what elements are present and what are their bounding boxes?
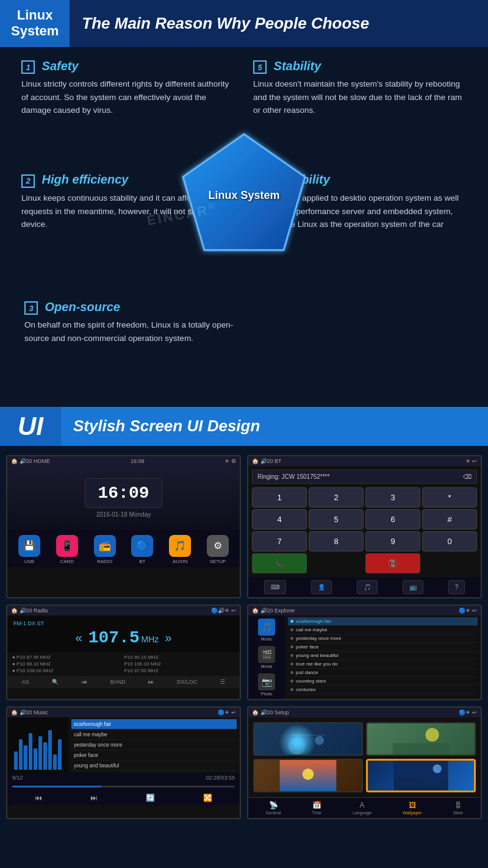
language-tab-label: Language <box>353 811 371 815</box>
viz-bar <box>29 733 32 770</box>
setup-tabs-bar: 📡 General 📅 Time A Language 🖼 Wallpaper … <box>248 797 481 818</box>
wp4-svg <box>368 761 474 791</box>
phone-bottom-bar: ⌨ 👤 🎵 📺 ? <box>248 577 481 597</box>
feature-5-number: 5 <box>253 60 267 74</box>
clock-time: 16:09 <box>98 484 149 503</box>
phone-end-button[interactable]: 📵 <box>365 553 420 573</box>
list-item[interactable]: poker face <box>71 750 237 761</box>
phone-screen-btn[interactable]: 📺 <box>403 580 423 594</box>
list-item[interactable]: call me maybe <box>71 730 237 740</box>
radio-search-btn[interactable]: 🔍 <box>52 679 59 685</box>
list-item[interactable]: just dance <box>288 669 478 677</box>
wallpaper-thumb-2[interactable] <box>366 722 476 756</box>
radio-preset-4: P10 106.10 MHZ <box>124 661 235 667</box>
file-dot <box>290 620 293 623</box>
music-next-btn[interactable]: ⏭ <box>90 794 98 802</box>
radio-preset-3: ● P10 98.10 MHZ <box>12 661 123 667</box>
phone-key-0[interactable]: 0 <box>422 531 477 551</box>
wallpaper-thumb-4[interactable] <box>366 759 476 792</box>
feature-safety-text: Linux strictly controls different rights… <box>21 77 235 117</box>
list-item[interactable]: young and beautiful <box>71 761 237 771</box>
phone-key-4[interactable]: 4 <box>252 509 307 529</box>
wp1-svg <box>254 723 362 755</box>
tab-time[interactable]: 📅 Time <box>312 801 321 815</box>
radio-freq-display: FM-1 DX ST « 107.5 MHz » <box>7 615 240 652</box>
radio-dxloc-btn[interactable]: DX/LOC <box>177 679 198 685</box>
tab-wallpaper[interactable]: 🖼 Wallpaper <box>403 801 422 815</box>
list-item[interactable]: yesterday once more <box>71 740 237 750</box>
list-item[interactable]: yesterday once more <box>288 634 478 643</box>
list-item[interactable]: young and beautiful <box>288 651 478 660</box>
music-visualizer <box>7 717 68 773</box>
phone-music-btn[interactable]: 🎵 <box>357 580 378 594</box>
explorer-cat-photo[interactable]: 📷 Photo <box>258 673 275 696</box>
music-shuffle-btn[interactable]: 🔀 <box>203 794 212 802</box>
viz-bar <box>48 730 52 770</box>
radio-preset-5: ● P10 108.00 MHZ <box>12 668 123 673</box>
phone-key-8[interactable]: 8 <box>309 531 364 551</box>
list-item[interactable]: counting stars <box>288 677 478 686</box>
phone-call-button[interactable]: 📞 <box>252 553 307 573</box>
phone-key-2[interactable]: 2 <box>309 487 364 508</box>
movie-category-icon: 🎬 <box>258 646 275 663</box>
music-topbar-left: 🏠 🔊20 Music <box>11 709 48 716</box>
music-prev-btn[interactable]: ⏮ <box>35 794 42 802</box>
wallpaper-thumb-1[interactable] <box>253 722 363 756</box>
setup-icon: ⚙ <box>207 535 229 557</box>
phone-topbar: 🏠 🔊20 BT ☀ ↩ <box>248 456 481 466</box>
list-item[interactable]: love me like you do <box>288 660 478 669</box>
feature-1-number: 1 <box>21 60 35 74</box>
tab-steer[interactable]: 🎛 Steer <box>453 801 464 815</box>
card-label: CARD <box>60 559 74 564</box>
phone-key-star[interactable]: * <box>422 487 477 508</box>
phone-dialpad-btn[interactable]: ⌨ <box>264 580 286 594</box>
radio-next-btn[interactable]: » <box>165 631 171 645</box>
phone-topbar-right: ☀ ↩ <box>465 458 477 464</box>
phone-key-6[interactable]: 6 <box>365 509 420 529</box>
list-item[interactable]: centuries <box>288 686 478 694</box>
phone-key-7[interactable]: 7 <box>252 531 307 551</box>
feature-opensource: 3 Open-source On behalf on the spirit of… <box>12 294 244 395</box>
home-icon-radio: 📻 RADIO <box>94 535 116 564</box>
bt-label: BT <box>139 559 145 564</box>
explorer-cat-movie[interactable]: 🎬 Movie <box>258 646 275 669</box>
radio-next-track-btn[interactable]: ⏭ <box>148 679 154 685</box>
radio-menu-btn[interactable]: ☰ <box>220 679 225 685</box>
music-repeat-btn[interactable]: 🔄 <box>146 794 155 802</box>
phone-key-1[interactable]: 1 <box>252 487 307 508</box>
phone-topbar-left: 🏠 🔊20 BT <box>252 458 282 464</box>
tab-language[interactable]: A Language <box>353 801 371 815</box>
phone-help-btn[interactable]: ? <box>448 580 465 594</box>
music-topbar-right: 🔵☀ ↩ <box>218 709 236 716</box>
svg-point-9 <box>433 764 442 773</box>
time-tab-label: Time <box>312 811 321 815</box>
explorer-cat-music[interactable]: 🎵 Music <box>258 619 275 641</box>
phone-key-5[interactable]: 5 <box>309 509 364 529</box>
list-item[interactable]: poker face <box>288 643 478 651</box>
radio-preset-2: P10 90.10 MHZ <box>124 655 235 660</box>
wallpaper-thumb-3[interactable] <box>253 759 363 792</box>
file-dot <box>290 671 293 674</box>
phone-key-9[interactable]: 9 <box>365 531 420 551</box>
phone-contacts-btn[interactable]: 👤 <box>311 580 332 594</box>
list-item[interactable]: scarborough fair <box>71 719 237 730</box>
radio-band-btn[interactable]: BAND <box>110 679 126 685</box>
phone-keypad-grid: 1 2 3 * 4 5 6 # 7 8 9 0 📞 📵 <box>248 486 481 575</box>
list-item[interactable]: scarborough fair <box>288 617 478 626</box>
list-item[interactable]: call me maybe <box>288 626 478 634</box>
linux-badge: LinuxSystem <box>0 0 70 47</box>
progress-fill <box>12 786 101 787</box>
radio-controls: AS 🔍 ⏮ BAND ⏭ DX/LOC ☰ <box>7 676 240 688</box>
radio-icon: 📻 <box>94 535 116 557</box>
photo-category-label: Photo <box>261 692 272 696</box>
music-progress-bar <box>7 783 240 791</box>
file-dot <box>290 662 293 665</box>
radio-as-btn[interactable]: AS <box>22 679 29 685</box>
viz-bar <box>58 739 62 770</box>
phone-key-hash[interactable]: # <box>422 509 477 529</box>
radio-prev-track-btn[interactable]: ⏮ <box>82 679 87 685</box>
time-tab-icon: 📅 <box>312 801 321 809</box>
radio-prev-btn[interactable]: « <box>76 631 82 645</box>
phone-key-3[interactable]: 3 <box>365 487 420 508</box>
tab-general[interactable]: 📡 General <box>266 801 281 815</box>
